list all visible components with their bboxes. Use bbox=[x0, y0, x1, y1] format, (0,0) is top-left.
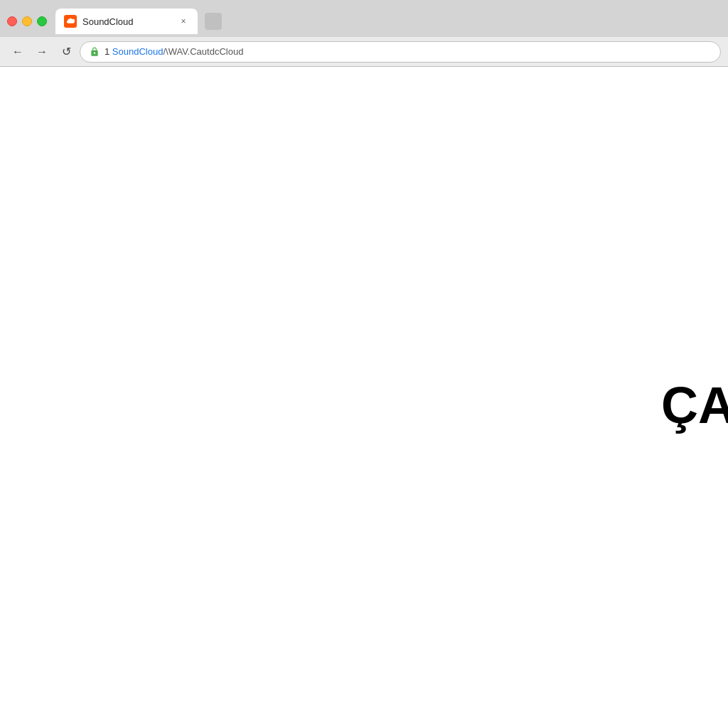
forward-button[interactable]: → bbox=[31, 41, 53, 63]
tab-title: SoundCloud bbox=[82, 16, 172, 27]
address-bar[interactable]: 1 SoundCloud/\WAV.CautdcCloud bbox=[80, 41, 721, 63]
url-text: 1 SoundCloud/\WAV.CautdcCloud bbox=[105, 46, 243, 57]
tab-bar: SoundCloud × bbox=[55, 9, 721, 34]
new-tab-icon bbox=[205, 13, 222, 30]
active-tab[interactable]: SoundCloud × bbox=[55, 9, 198, 34]
back-button[interactable]: ← bbox=[7, 41, 28, 63]
reload-button[interactable]: ↺ bbox=[55, 41, 77, 63]
title-bar: SoundCloud × bbox=[0, 0, 728, 37]
secure-lock-icon bbox=[89, 46, 100, 58]
traffic-lights bbox=[7, 16, 47, 26]
tab-close-button[interactable]: × bbox=[178, 16, 189, 27]
url-number: 1 bbox=[105, 46, 109, 57]
soundcloud-favicon-icon bbox=[66, 17, 75, 26]
partial-text: ÇA bbox=[661, 380, 728, 431]
page-content: ÇA bbox=[0, 67, 728, 728]
close-button[interactable] bbox=[7, 16, 17, 26]
minimize-button[interactable] bbox=[22, 16, 32, 26]
browser-chrome: SoundCloud × ← → ↺ bbox=[0, 0, 728, 67]
new-tab-button[interactable] bbox=[200, 9, 226, 34]
nav-bar: ← → ↺ 1 SoundCloud/\WAV.CautdcCloud bbox=[0, 37, 728, 67]
tab-favicon bbox=[64, 15, 77, 28]
url-domain: SoundCloud bbox=[112, 46, 164, 57]
url-path: /\WAV.CautdcCloud bbox=[163, 46, 243, 57]
maximize-button[interactable] bbox=[37, 16, 47, 26]
